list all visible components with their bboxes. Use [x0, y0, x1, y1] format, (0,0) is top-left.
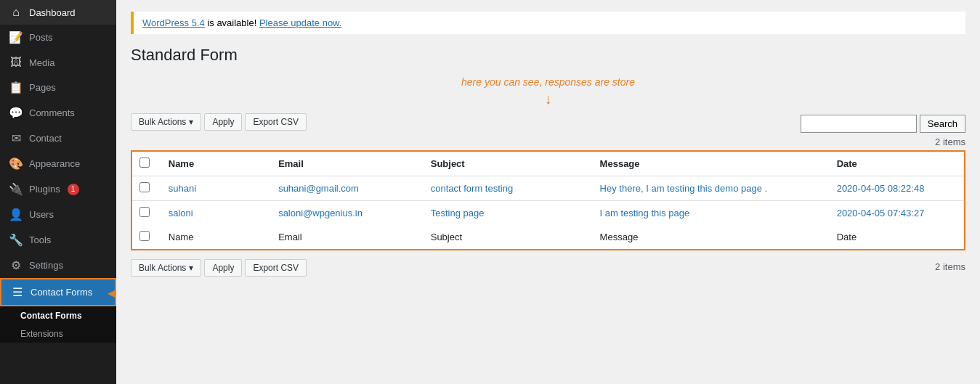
table-row: suhani suhani@gmail.com contact form tes… — [131, 176, 965, 201]
row-message: Hey there, I am testing this demo page . — [593, 176, 830, 201]
items-count-bottom: 2 items — [935, 261, 965, 272]
contact-icon: ✉ — [9, 131, 23, 145]
row-checkbox-1[interactable] — [139, 207, 150, 217]
row-date: 2020-04-05 07:43:27 — [830, 201, 965, 226]
sidebar-item-dashboard[interactable]: ⌂ Dashboard — [0, 0, 116, 25]
settings-icon: ⚙ — [9, 258, 23, 272]
posts-icon: 📝 — [9, 30, 23, 44]
header-name: Name — [161, 151, 271, 176]
sidebar-item-appearance[interactable]: 🎨 Appearance — [0, 151, 116, 176]
table-row: saloni saloni@wpgenius.in Testing page I… — [131, 201, 965, 226]
header-checkbox-cell — [131, 151, 161, 176]
page-title: Standard Form — [131, 46, 965, 65]
sidebar-item-media[interactable]: 🖼 Media — [0, 50, 116, 75]
sidebar-item-posts[interactable]: 📝 Posts — [0, 25, 116, 50]
plugins-badge: 1 — [68, 184, 79, 195]
tools-icon: 🔧 — [9, 233, 23, 247]
wordpress-version-link[interactable]: WordPress 5.4 — [142, 17, 205, 28]
footer-subject: Subject — [424, 225, 593, 250]
update-notice: WordPress 5.4 is available! Please updat… — [131, 12, 965, 34]
row-checkbox-cell — [131, 201, 161, 226]
sidebar-item-label: Tools — [29, 234, 51, 245]
sidebar-item-label: Posts — [29, 32, 53, 43]
apply-button-top[interactable]: Apply — [204, 113, 242, 131]
sidebar-item-label: Dashboard — [29, 7, 76, 18]
footer-date: Date — [830, 225, 965, 250]
sidebar-item-label: Pages — [29, 82, 56, 93]
notice-middle-text: is available! — [207, 17, 259, 28]
sidebar-item-label: Users — [29, 209, 54, 220]
bulk-actions-top-label: Bulk Actions — [139, 117, 186, 127]
footer-message: Message — [593, 225, 830, 250]
items-count-top: 2 items — [131, 136, 965, 147]
export-csv-button-top[interactable]: Export CSV — [245, 113, 307, 131]
bottom-toolbar: Bulk Actions ▾ Apply Export CSV — [131, 259, 307, 277]
annotation-text: here you can see, responses are store — [131, 76, 965, 88]
plugins-icon: 🔌 — [9, 182, 23, 196]
row-message: I am testing this page — [593, 201, 830, 226]
header-date: Date — [830, 151, 965, 176]
users-icon: 👤 — [9, 208, 23, 221]
sidebar-item-label: Contact Forms — [31, 287, 92, 298]
sidebar-item-tools[interactable]: 🔧 Tools — [0, 227, 116, 253]
data-table: Name Email Subject Message Date suhani s… — [131, 150, 965, 250]
appearance-icon: 🎨 — [9, 157, 23, 171]
chevron-down-icon: ▾ — [189, 117, 193, 127]
apply-button-bottom[interactable]: Apply — [204, 259, 242, 277]
sidebar-item-users[interactable]: 👤 Users — [0, 202, 116, 227]
sidebar-item-contact[interactable]: ✉ Contact — [0, 126, 116, 151]
row-email: saloni@wpgenius.in — [271, 201, 424, 226]
sidebar-item-label: Comments — [29, 107, 75, 118]
header-message: Message — [593, 151, 830, 176]
bulk-actions-dropdown-bottom[interactable]: Bulk Actions ▾ — [131, 259, 201, 277]
update-now-link[interactable]: Please update now. — [259, 17, 341, 28]
sidebar-submenu: Contact Forms Extensions — [0, 306, 116, 343]
sidebar-item-settings[interactable]: ⚙ Settings — [0, 253, 116, 278]
row-name: saloni — [161, 201, 271, 226]
select-all-checkbox[interactable] — [139, 158, 150, 168]
row-subject: Testing page — [424, 201, 593, 226]
header-email: Email — [271, 151, 424, 176]
row-name: suhani — [161, 176, 271, 201]
chevron-down-bottom-icon: ▾ — [189, 263, 193, 273]
sidebar-item-label: Plugins — [29, 184, 60, 195]
footer-email: Email — [271, 225, 424, 250]
bulk-actions-bottom-label: Bulk Actions — [139, 263, 186, 273]
row-subject: contact form testing — [424, 176, 593, 201]
sidebar-item-plugins[interactable]: 🔌 Plugins 1 — [0, 176, 116, 202]
sidebar-item-contact-forms[interactable]: ☰ Contact Forms ◀ — [0, 278, 116, 306]
header-subject: Subject — [424, 151, 593, 176]
footer-select-all-checkbox[interactable] — [139, 231, 150, 241]
sidebar: ⌂ Dashboard 📝 Posts 🖼 Media 📋 Pages 💬 Co… — [0, 0, 116, 384]
sidebar-item-comments[interactable]: 💬 Comments — [0, 100, 116, 126]
export-csv-button-bottom[interactable]: Export CSV — [245, 259, 307, 277]
annotation-arrow-icon: ↓ — [131, 91, 965, 107]
comments-icon: 💬 — [9, 106, 23, 120]
search-button[interactable]: Search — [920, 115, 965, 133]
sidebar-item-label: Settings — [29, 260, 63, 271]
table-footer-row: Name Email Subject Message Date — [131, 225, 965, 250]
footer-checkbox-cell — [131, 225, 161, 250]
submenu-extensions[interactable]: Extensions — [0, 325, 116, 343]
top-toolbar: Bulk Actions ▾ Apply Export CSV — [131, 113, 307, 131]
row-date: 2020-04-05 08:22:48 — [830, 176, 965, 201]
submenu-contact-forms-title[interactable]: Contact Forms — [0, 306, 116, 325]
sidebar-item-label: Media — [29, 57, 54, 68]
media-icon: 🖼 — [9, 56, 23, 69]
search-input[interactable] — [801, 115, 917, 133]
pages-icon: 📋 — [9, 81, 23, 94]
sidebar-arrow-icon: ◀ — [108, 285, 116, 299]
row-checkbox-0[interactable] — [139, 182, 150, 192]
row-checkbox-cell — [131, 176, 161, 201]
footer-name: Name — [161, 225, 271, 250]
row-email: suhani@gmail.com — [271, 176, 424, 201]
main-content: WordPress 5.4 is available! Please updat… — [116, 0, 980, 384]
search-area: Search — [801, 115, 965, 133]
bulk-actions-dropdown-top[interactable]: Bulk Actions ▾ — [131, 113, 201, 131]
dashboard-icon: ⌂ — [9, 6, 23, 19]
table-header-row: Name Email Subject Message Date — [131, 151, 965, 176]
sidebar-item-label: Contact — [29, 133, 62, 144]
sidebar-item-label: Appearance — [29, 158, 80, 169]
sidebar-item-pages[interactable]: 📋 Pages — [0, 75, 116, 100]
contact-forms-icon: ☰ — [10, 285, 25, 299]
